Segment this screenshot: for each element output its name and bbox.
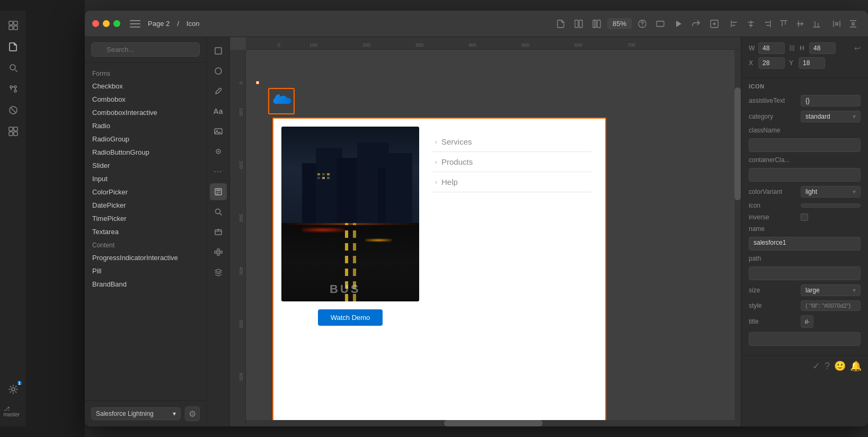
align-center-icon[interactable] <box>743 16 758 31</box>
ruler-mark-700: 700 <box>627 42 635 48</box>
pen-tool[interactable] <box>210 83 227 100</box>
assistive-text-value[interactable]: {} <box>801 95 861 106</box>
help-icon[interactable] <box>635 16 650 31</box>
svg-point-25 <box>215 68 222 74</box>
height-input[interactable] <box>809 42 836 54</box>
mini-icon-block[interactable] <box>4 101 23 120</box>
dollar-tool[interactable] <box>210 224 227 240</box>
y-label: Y <box>789 59 796 67</box>
component-textarea[interactable]: Textarea <box>85 225 206 238</box>
align-bottom-icon[interactable] <box>809 16 824 31</box>
x-input[interactable] <box>758 57 785 69</box>
check-icon[interactable]: ✓ <box>812 360 820 372</box>
align-left-icon[interactable] <box>727 16 742 31</box>
component-combobox-interactive[interactable]: ComboboxInteractive <box>85 106 206 119</box>
prop-inverse: inverse <box>749 213 861 221</box>
share-icon[interactable] <box>689 16 704 31</box>
play-icon[interactable] <box>671 16 686 31</box>
component-input[interactable]: Input <box>85 172 206 185</box>
vertical-scrollbar[interactable] <box>734 50 741 426</box>
zoom-level[interactable]: 85% <box>607 18 632 29</box>
svg-point-34 <box>215 209 220 214</box>
image-tool[interactable] <box>210 123 227 140</box>
prop-size: size large ▾ <box>749 284 861 296</box>
align-top-icon[interactable] <box>776 16 791 31</box>
align-middle-icon[interactable] <box>793 16 808 31</box>
theme-dropdown[interactable]: Salesforce Lightning ▾ <box>91 407 181 420</box>
category-dropdown[interactable]: standard ▾ <box>801 111 861 122</box>
nav-item-help[interactable]: › Help <box>432 172 592 192</box>
watch-demo-button[interactable]: Watch Demo <box>318 309 383 326</box>
mini-icon-search[interactable] <box>4 58 23 77</box>
nav-item-services[interactable]: › Services <box>432 132 592 152</box>
layers-list-tool[interactable] <box>210 264 227 281</box>
distribute-h-icon[interactable] <box>829 16 844 31</box>
nav-services-label: Services <box>441 137 472 146</box>
title-input[interactable] <box>749 332 861 346</box>
title-icon-preview[interactable] <box>801 315 813 328</box>
mini-icon-components[interactable] <box>4 122 23 141</box>
component-color-picker[interactable]: ColorPicker <box>85 185 206 199</box>
maximize-button[interactable] <box>113 20 120 27</box>
select-tool[interactable] <box>210 42 227 59</box>
y-input[interactable] <box>799 57 825 69</box>
class-name-input[interactable] <box>749 138 861 152</box>
component-date-picker[interactable]: DatePicker <box>85 199 206 212</box>
inspect-icon[interactable] <box>707 16 722 31</box>
minimize-button[interactable] <box>103 20 110 27</box>
hamburger-menu[interactable] <box>130 20 140 28</box>
component-radio[interactable]: Radio <box>85 119 206 132</box>
mini-icon-file[interactable] <box>4 37 23 56</box>
text-tool[interactable]: Aa <box>210 103 227 120</box>
component-checkbox[interactable]: Checkbox <box>85 79 206 93</box>
connect-tool[interactable] <box>210 244 227 261</box>
component-combobox[interactable]: Combobox <box>85 93 206 106</box>
title-label: title <box>749 318 796 325</box>
layers-tool[interactable] <box>210 183 227 200</box>
distribute-v-icon[interactable] <box>846 16 861 31</box>
inverse-checkbox[interactable] <box>801 213 808 221</box>
path-input[interactable] <box>749 266 861 280</box>
notification-icon[interactable]: 🔔 <box>850 360 862 372</box>
component-slider[interactable]: Slider <box>85 159 206 172</box>
settings-gear-button[interactable]: ⚙ <box>185 406 200 421</box>
frame-tool[interactable] <box>210 63 227 79</box>
height-field: H <box>800 42 836 54</box>
nav-item-products[interactable]: › Products <box>432 152 592 172</box>
layout-icon-1[interactable] <box>571 16 586 31</box>
component-tool[interactable] <box>210 143 227 160</box>
more-tool[interactable]: ··· <box>210 163 227 180</box>
size-dropdown[interactable]: large ▾ <box>801 284 861 296</box>
search-input[interactable] <box>91 42 200 57</box>
mini-icon-git[interactable] <box>4 79 23 99</box>
style-value[interactable]: { "fill": "#0070d2"} <box>801 300 861 311</box>
align-right-icon[interactable] <box>760 16 775 31</box>
search-canvas-tool[interactable] <box>210 203 227 220</box>
container-class-input[interactable] <box>749 168 861 182</box>
component-brand-band[interactable]: BrandBand <box>85 278 206 291</box>
corner-radius-icon[interactable]: ↩ <box>854 44 861 52</box>
name-input[interactable]: salesforce1 <box>749 237 861 251</box>
color-variant-chevron-icon: ▾ <box>853 188 856 195</box>
close-button[interactable] <box>92 20 99 27</box>
mini-icon-settings[interactable]: 1 <box>4 380 23 399</box>
component-progress-indicator[interactable]: ProgressIndicatorInteractive <box>85 251 206 264</box>
svg-point-29 <box>217 151 219 153</box>
emoji-icon[interactable]: 🙂 <box>834 360 846 372</box>
mini-icon-windows[interactable] <box>4 16 23 35</box>
component-radio-button-group[interactable]: RadioButtonGroup <box>85 146 206 159</box>
color-variant-dropdown[interactable]: light ▾ <box>801 186 861 198</box>
component-pill[interactable]: Pill <box>85 264 206 278</box>
component-radio-group[interactable]: RadioGroup <box>85 132 206 146</box>
ruler-mark-300: 300 <box>415 42 423 48</box>
component-time-picker[interactable]: TimePicker <box>85 212 206 225</box>
preview-icon[interactable] <box>653 16 668 31</box>
width-input[interactable] <box>758 42 785 54</box>
horizontal-scrollbar[interactable] <box>246 420 741 426</box>
icon-value[interactable] <box>801 203 861 208</box>
question-icon[interactable]: ? <box>825 361 830 372</box>
nav-products-label: Products <box>441 157 473 166</box>
file-icon[interactable] <box>553 16 568 31</box>
layout-icon-2[interactable] <box>589 16 604 31</box>
icon-properties-section: ICON assistiveText {} category standard … <box>741 78 868 355</box>
